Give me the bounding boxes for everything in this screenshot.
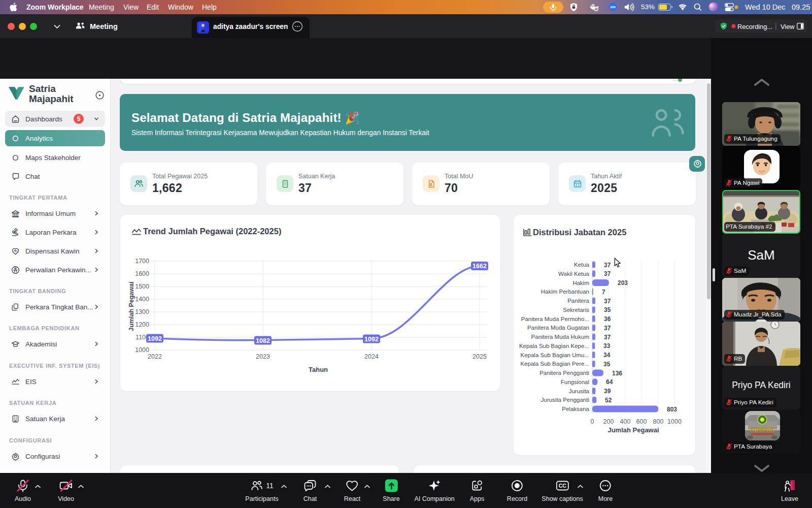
svg-text:34: 34 — [603, 352, 611, 359]
svg-text:2022: 2022 — [148, 353, 162, 360]
svg-text:Hakim Perbantuan: Hakim Perbantuan — [541, 289, 589, 295]
svg-text:Kepala Sub Bagian Kepe...: Kepala Sub Bagian Kepe... — [519, 343, 589, 349]
svg-text:1600: 1600 — [135, 270, 149, 277]
svg-text:Panitera Muda Permoho...: Panitera Muda Permoho... — [521, 316, 589, 322]
svg-text:Fungsional: Fungsional — [561, 379, 589, 385]
svg-text:800: 800 — [653, 418, 664, 425]
svg-text:1200: 1200 — [135, 321, 149, 328]
svg-text:64: 64 — [606, 378, 613, 386]
svg-text:1092: 1092 — [148, 335, 162, 342]
svg-text:Jumlah Pegawai: Jumlah Pegawai — [128, 281, 135, 331]
svg-text:1000: 1000 — [667, 418, 682, 425]
svg-text:Jurusita Pengganti: Jurusita Pengganti — [541, 397, 589, 403]
svg-text:KOMPAK: KOMPAK — [750, 427, 774, 433]
svg-text:1500: 1500 — [135, 283, 149, 290]
svg-text:37: 37 — [604, 334, 611, 341]
svg-text:136: 136 — [612, 370, 622, 377]
svg-text:36: 36 — [604, 315, 611, 323]
svg-text:Pelaksana: Pelaksana — [562, 406, 589, 412]
svg-text:2024: 2024 — [364, 353, 379, 360]
svg-text:1662: 1662 — [472, 263, 487, 270]
svg-text:1000: 1000 — [135, 346, 149, 354]
svg-text:37: 37 — [604, 325, 611, 332]
svg-text:Panitera Pengganti: Panitera Pengganti — [539, 370, 589, 376]
svg-text:37: 37 — [604, 270, 611, 277]
svg-text:39: 39 — [604, 388, 611, 395]
svg-text:Panitera: Panitera — [567, 298, 589, 304]
svg-text:Panitera Muda Hukum: Panitera Muda Hukum — [531, 334, 589, 340]
svg-text:2023: 2023 — [256, 353, 270, 360]
svg-text:Jumlah Pegawai: Jumlah Pegawai — [607, 426, 659, 434]
svg-text:CC: CC — [558, 483, 566, 489]
svg-text:Wakil Ketua: Wakil Ketua — [558, 271, 590, 277]
svg-text:37: 37 — [604, 298, 611, 305]
svg-text:35: 35 — [604, 306, 611, 313]
svg-text:33: 33 — [603, 342, 611, 350]
svg-text:1400: 1400 — [135, 296, 149, 303]
svg-text:203: 203 — [618, 279, 628, 287]
svg-text:1092: 1092 — [364, 336, 379, 343]
svg-text:1082: 1082 — [256, 337, 270, 344]
svg-text:0: 0 — [591, 418, 594, 425]
svg-text:1700: 1700 — [135, 258, 149, 265]
svg-text:Kepala Sub Bagian Pere...: Kepala Sub Bagian Pere... — [520, 361, 589, 367]
svg-text:2025: 2025 — [472, 353, 487, 360]
svg-text:200: 200 — [603, 418, 614, 425]
svg-text:zm: zm — [610, 5, 616, 9]
svg-text:Panitera Muda Gugatan: Panitera Muda Gugatan — [527, 325, 589, 331]
svg-text:35: 35 — [603, 361, 611, 368]
svg-text:52: 52 — [605, 397, 612, 404]
svg-text:37: 37 — [604, 262, 611, 269]
svg-text:1300: 1300 — [135, 308, 149, 315]
svg-text:Hakim: Hakim — [572, 280, 589, 286]
svg-text:600: 600 — [636, 418, 647, 425]
svg-text:Jurusita: Jurusita — [569, 388, 590, 394]
svg-text:Sekretaris: Sekretaris — [563, 307, 589, 313]
svg-text:Ketua: Ketua — [574, 262, 590, 268]
svg-text:Tahun: Tahun — [309, 366, 328, 373]
svg-text:7: 7 — [602, 289, 605, 296]
svg-text:Kepala Sub Bagian Umu...: Kepala Sub Bagian Umu... — [520, 352, 589, 358]
svg-text:803: 803 — [667, 406, 677, 413]
svg-text:400: 400 — [620, 418, 631, 425]
